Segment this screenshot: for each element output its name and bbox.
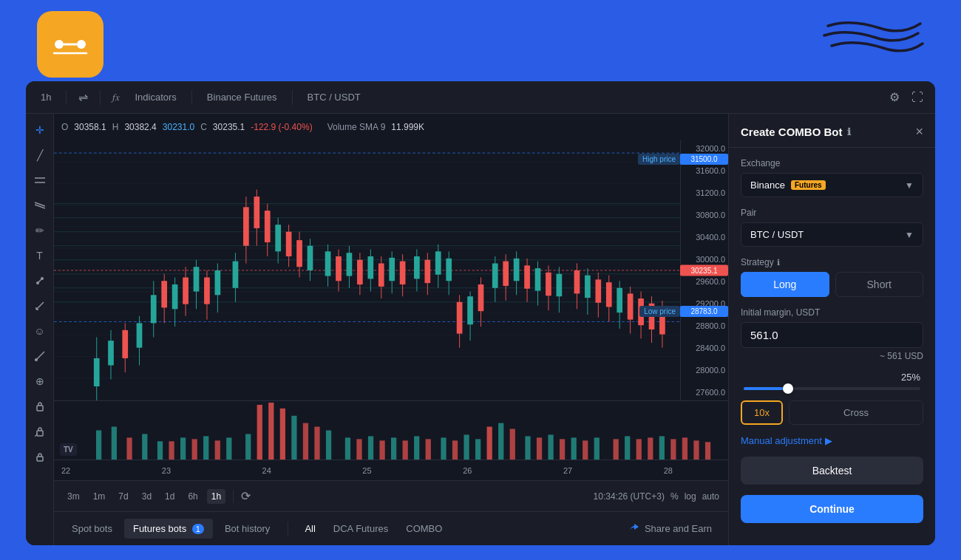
svg-rect-16 xyxy=(37,406,43,411)
zoom-tool[interactable]: ⊕ xyxy=(30,371,50,392)
pair-chevron: ▼ xyxy=(905,230,914,240)
close-label: C xyxy=(200,122,207,132)
edit-lock-tool[interactable] xyxy=(30,421,50,442)
svg-rect-82 xyxy=(378,263,384,286)
exchange-badge: Futures xyxy=(791,180,826,190)
parallel-lines-tool[interactable] xyxy=(30,170,50,191)
exchange-value: Binance xyxy=(750,180,785,191)
auto-toggle[interactable]: auto xyxy=(702,491,719,502)
svg-rect-52 xyxy=(204,278,210,304)
timeframe-1h[interactable]: 1h xyxy=(207,489,225,504)
margin-input[interactable]: 561.0 xyxy=(741,322,923,348)
timeframe-6h[interactable]: 6h xyxy=(183,489,202,504)
svg-rect-163 xyxy=(475,439,480,460)
filter-all[interactable]: All xyxy=(297,520,322,537)
svg-rect-100 xyxy=(478,284,484,311)
exchange-select[interactable]: Binance Futures ▼ xyxy=(741,173,923,197)
mode-button[interactable]: Cross xyxy=(789,400,923,425)
svg-rect-64 xyxy=(275,225,281,251)
svg-rect-72 xyxy=(325,251,331,276)
fx-icon[interactable]: 𝑓𝑥 xyxy=(109,89,123,106)
long-button[interactable]: Long xyxy=(741,272,829,297)
timeframe-3d[interactable]: 3d xyxy=(137,489,156,504)
pencil-tool[interactable]: ✏ xyxy=(30,220,50,241)
panel-body: Exchange Binance Futures ▼ Pair BTC / US… xyxy=(729,148,935,533)
svg-rect-116 xyxy=(574,270,580,293)
share-earn-button[interactable]: Share and Earn xyxy=(621,520,719,538)
svg-rect-161 xyxy=(452,440,458,460)
filter-combo[interactable]: COMBO xyxy=(398,520,449,537)
svg-rect-62 xyxy=(265,211,271,242)
crosshair-tool[interactable]: ✛ xyxy=(30,120,50,140)
share-icon xyxy=(628,523,640,535)
chart-canvas[interactable]: 32000.0 31600.0 31200.0 30800.0 30400.0 … xyxy=(54,140,728,400)
timeframe-selector[interactable]: 1h xyxy=(35,89,57,106)
pair-selector[interactable]: BTC / USDT xyxy=(302,89,367,106)
svg-rect-162 xyxy=(463,434,469,460)
indicators-button[interactable]: Indicators xyxy=(129,89,182,106)
low-price-value: 28783.0 xyxy=(680,306,728,317)
pair-select[interactable]: BTC / USDT ▼ xyxy=(741,222,923,247)
futures-bots-badge: 1 xyxy=(192,524,204,534)
timeframe-1m[interactable]: 1m xyxy=(89,489,110,504)
bottom-right: 10:34:26 (UTC+3) % log auto xyxy=(594,491,719,502)
exchange-label: Exchange xyxy=(741,158,923,168)
compare-icon[interactable]: ⇌ xyxy=(75,87,91,107)
measure-tool[interactable] xyxy=(30,296,50,316)
vol-label: Volume SMA 9 xyxy=(327,122,386,132)
log-toggle[interactable]: log xyxy=(685,491,696,502)
deco-lines xyxy=(821,15,924,62)
svg-line-11 xyxy=(36,302,44,310)
svg-rect-144 xyxy=(245,434,251,460)
spot-bots-tab[interactable]: Spot bots xyxy=(63,519,121,539)
lock-tool[interactable] xyxy=(30,396,50,417)
footer-tabs: Spot bots Futures bots 1 Bot history All… xyxy=(54,511,728,545)
svg-rect-108 xyxy=(524,265,530,288)
text-tool[interactable]: T xyxy=(30,245,50,266)
timeframe-7d[interactable]: 7d xyxy=(114,489,132,504)
pct-toggle[interactable]: % xyxy=(670,491,679,502)
svg-rect-174 xyxy=(614,439,619,460)
timeframe-1d[interactable]: 1d xyxy=(160,489,179,504)
manual-adjustment-link[interactable]: Manual adjustment ▶ xyxy=(741,435,923,446)
high-price-value: 31500.0 xyxy=(680,154,728,165)
high-label: H xyxy=(112,122,119,132)
volume-area: TV xyxy=(54,400,728,460)
strategy-info-icon[interactable]: ℹ xyxy=(777,258,780,267)
toolbar-divider-3 xyxy=(191,90,192,105)
bot-history-tab[interactable]: Bot history xyxy=(216,519,279,539)
svg-rect-164 xyxy=(487,427,492,460)
leverage-button[interactable]: 10x xyxy=(741,400,783,425)
backtest-button[interactable]: Backtest xyxy=(741,457,923,485)
node-tool[interactable] xyxy=(30,270,50,291)
lock-all-tool[interactable] xyxy=(30,446,50,467)
svg-rect-118 xyxy=(585,276,591,298)
channel-tool[interactable] xyxy=(30,195,50,216)
continue-button[interactable]: Continue xyxy=(741,495,923,523)
line-tool[interactable]: ╱ xyxy=(30,145,50,165)
svg-rect-175 xyxy=(625,436,630,460)
svg-rect-92 xyxy=(435,251,441,274)
content-area: ✛ ╱ ✏ T ☺ ⊕ xyxy=(26,114,935,545)
filter-dca[interactable]: DCA Futures xyxy=(326,520,395,537)
svg-rect-124 xyxy=(617,288,622,313)
svg-rect-48 xyxy=(183,278,189,304)
brush-tool[interactable] xyxy=(30,346,50,366)
slider-track[interactable] xyxy=(744,387,920,390)
svg-rect-44 xyxy=(161,281,167,307)
futures-bots-tab[interactable]: Futures bots 1 xyxy=(124,519,213,539)
svg-rect-135 xyxy=(126,437,132,460)
replay-icon[interactable]: ⟳ xyxy=(241,489,251,503)
svg-rect-170 xyxy=(560,439,565,460)
settings-icon[interactable]: ⚙ xyxy=(886,87,903,107)
svg-rect-160 xyxy=(441,437,446,460)
short-button[interactable]: Short xyxy=(835,272,924,297)
panel-info-icon[interactable]: ℹ xyxy=(847,126,851,137)
exchange-selector[interactable]: Binance Futures xyxy=(201,89,283,106)
timeframe-3m[interactable]: 3m xyxy=(63,489,84,504)
svg-rect-133 xyxy=(96,431,101,460)
slider-thumb[interactable] xyxy=(783,383,793,394)
fullscreen-icon[interactable]: ⛶ xyxy=(909,88,926,107)
emoji-tool[interactable]: ☺ xyxy=(30,321,50,341)
panel-close-button[interactable]: × xyxy=(915,124,923,140)
